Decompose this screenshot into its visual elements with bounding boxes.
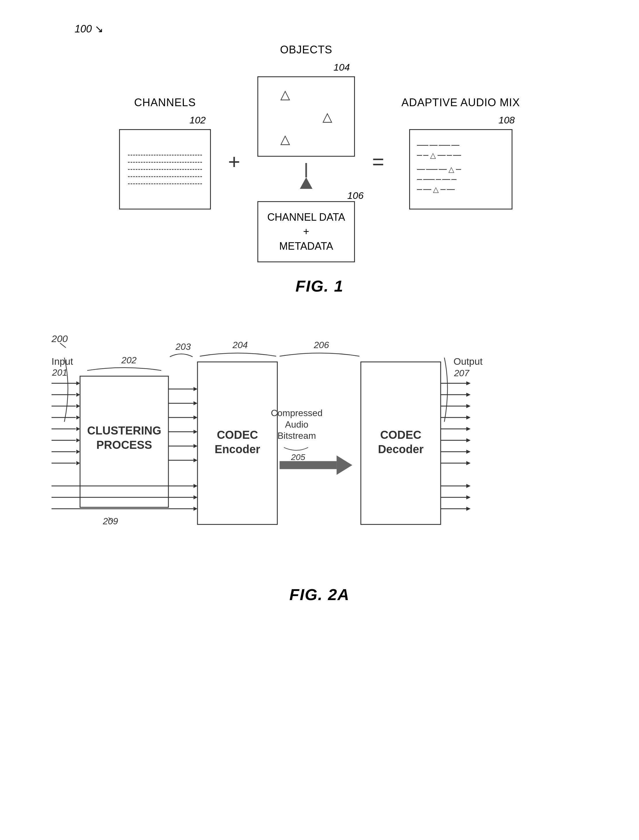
fig1-main-row: CHANNELS 102 + OBJECTS 104 [119, 44, 520, 262]
input-label-text: Input [52, 356, 73, 367]
objects-label: OBJECTS [280, 44, 332, 56]
ref-102: 102 [189, 115, 206, 126]
svg-marker-43 [466, 382, 471, 385]
objects-col: OBJECTS 104 △ △ △ △ △ △ [258, 44, 355, 262]
channels-label: CHANNELS [134, 96, 196, 109]
ref-205-text: 205 [291, 452, 305, 462]
dashed-line-2 [128, 162, 202, 163]
mixed-line-4 [417, 179, 505, 180]
triangle-3: △ [280, 132, 290, 146]
svg-marker-61 [466, 495, 471, 500]
svg-marker-59 [466, 484, 471, 488]
svg-marker-22 [193, 401, 197, 405]
svg-marker-57 [466, 461, 471, 465]
mixed-line-1 [417, 145, 505, 146]
svg-marker-2 [76, 382, 80, 385]
dashed-line-1 [128, 155, 202, 156]
codec-encoder-text-2: Encoder [215, 443, 260, 455]
ref-206-text: 206 [314, 340, 329, 350]
svg-marker-55 [466, 450, 471, 454]
ref-209-text: 209 [102, 516, 118, 527]
output-label-text: Output [453, 356, 483, 367]
compressed-text-2: Audio [285, 419, 308, 430]
svg-marker-47 [466, 404, 471, 408]
adaptive-box: △ △ [409, 129, 512, 210]
ref-100: 100 [75, 23, 92, 35]
svg-marker-11 [76, 427, 80, 431]
ref-104: 104 [334, 62, 350, 73]
svg-marker-40 [337, 455, 352, 475]
codec-decoder-text-1: CODEC [380, 428, 421, 441]
channels-col: CHANNELS 102 [119, 96, 211, 210]
triangle-1: △ [280, 87, 290, 102]
codec-decoder-text-2: Decoder [378, 443, 423, 455]
channels-box [119, 129, 211, 210]
svg-rect-39 [280, 461, 337, 469]
svg-marker-28 [193, 444, 197, 448]
channel-data-section: 106 CHANNEL DATA + METADATA [258, 163, 355, 262]
triangle-row-1: △ △ [264, 87, 348, 102]
codec-encoder-text-1: CODEC [217, 428, 258, 441]
compressed-text-3: Bitstream [277, 431, 316, 441]
ref-207-text: 207 [454, 368, 469, 378]
ref-201-text: 201 [52, 368, 67, 378]
channel-data-line3: METADATA [264, 239, 348, 253]
ref-100-arrow: ↘ [95, 23, 103, 35]
mixed-line-2: △ [417, 151, 505, 160]
fig2-caption: FIG. 2A [289, 585, 350, 604]
fig1-diagram: 100 ↘ CHANNELS 102 + OBJECTS [35, 23, 604, 295]
svg-marker-51 [466, 427, 471, 431]
objects-box: △ △ △ △ △ △ [258, 76, 355, 157]
ref-106: 106 [347, 190, 364, 201]
svg-marker-20 [193, 387, 197, 391]
mixed-line-5: △ [417, 185, 505, 194]
svg-marker-32 [193, 484, 197, 488]
adaptive-label: ADAPTIVE AUDIO MIX [401, 96, 520, 109]
svg-marker-7 [76, 404, 80, 408]
channel-data-line1: CHANNEL DATA [264, 210, 348, 224]
clustering-text-1: CLUSTERING [87, 425, 161, 437]
dashed-line-5 [128, 183, 202, 184]
dashed-line-3 [128, 169, 202, 170]
svg-marker-34 [193, 495, 197, 500]
fig2-svg-wrapper: 200 Input 201 [35, 330, 604, 577]
ref-200-text: 200 [51, 333, 68, 344]
svg-marker-26 [193, 430, 197, 434]
svg-marker-49 [466, 415, 471, 420]
arrow-head-up [300, 177, 313, 189]
plus-symbol: + [228, 151, 240, 172]
channel-data-box: CHANNEL DATA + METADATA [258, 201, 355, 262]
fig2-svg: 200 Input 201 [35, 330, 604, 577]
ref-204-text: 204 [232, 340, 248, 350]
fig2-diagram: 200 Input 201 [35, 330, 604, 604]
svg-marker-15 [76, 450, 80, 454]
svg-marker-63 [466, 507, 471, 511]
equals-symbol: = [372, 151, 384, 172]
arrow-shaft-up [305, 163, 307, 177]
triangle-row-3: △ △ [264, 132, 348, 146]
ref-202-text: 202 [121, 355, 137, 365]
svg-marker-24 [193, 415, 197, 420]
triangle-2: △ [323, 109, 332, 124]
svg-marker-45 [466, 393, 471, 397]
svg-marker-30 [193, 458, 197, 462]
ref-108: 108 [498, 115, 515, 126]
svg-marker-36 [193, 507, 197, 511]
svg-marker-5 [76, 393, 80, 397]
ref-203-text: 203 [175, 342, 191, 352]
mixed-line-3: △ [417, 165, 505, 174]
svg-marker-53 [466, 439, 471, 442]
compressed-text-1: Compressed [271, 408, 323, 418]
svg-marker-17 [76, 461, 80, 465]
dashed-line-4 [128, 176, 202, 177]
clustering-text-2: PROCESS [96, 439, 152, 451]
channel-data-line2: + [264, 224, 348, 239]
adaptive-col: ADAPTIVE AUDIO MIX 108 △ [401, 96, 520, 210]
svg-marker-13 [76, 439, 80, 442]
triangle-row-2: △ △ [264, 109, 348, 124]
svg-marker-9 [76, 415, 80, 420]
fig1-caption: FIG. 1 [296, 277, 344, 295]
